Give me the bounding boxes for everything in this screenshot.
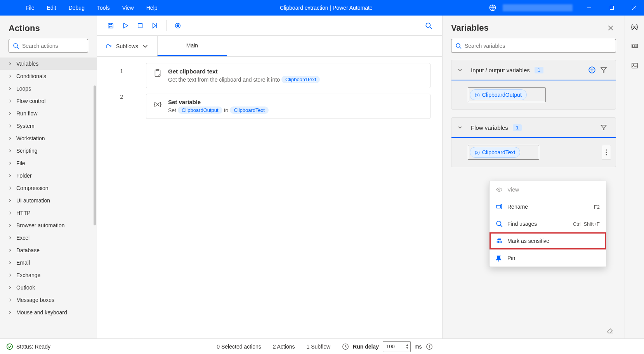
filter-button[interactable] xyxy=(598,64,609,76)
rail-ui-elements-button[interactable] xyxy=(629,40,641,52)
action-category[interactable]: Run flow xyxy=(0,107,97,120)
actions-search[interactable] xyxy=(9,39,88,53)
run-delay-input[interactable]: 100 ▲▼ xyxy=(383,341,411,352)
action-category[interactable]: Variables xyxy=(0,58,97,70)
menu-file[interactable]: File xyxy=(19,0,41,16)
svg-point-15 xyxy=(426,23,430,27)
chevron-right-icon xyxy=(9,261,12,264)
action-category[interactable]: Mouse and keyboard xyxy=(0,306,97,319)
svg-point-30 xyxy=(606,152,607,153)
action-category[interactable]: Database xyxy=(0,244,97,256)
scrollbar-thumb[interactable] xyxy=(94,85,96,225)
variable-pill[interactable]: (x)ClipboardText xyxy=(470,147,520,158)
action-category-label: Email xyxy=(16,260,30,266)
save-button[interactable] xyxy=(103,18,118,33)
menu-edit[interactable]: Edit xyxy=(41,0,62,16)
action-category[interactable]: UI automation xyxy=(0,194,97,207)
svg-rect-44 xyxy=(632,45,634,47)
variables-search[interactable] xyxy=(451,39,616,53)
maximize-button[interactable] xyxy=(602,0,621,16)
eraser-button[interactable] xyxy=(606,325,614,334)
run-delay-unit: ms xyxy=(415,344,422,350)
action-category[interactable]: Folder xyxy=(0,169,97,182)
action-category-label: UI automation xyxy=(16,197,50,204)
chevron-right-icon xyxy=(9,286,12,289)
flow-variables-section: Flow variables 1 (x)ClipboardText xyxy=(451,117,616,167)
svg-point-52 xyxy=(429,345,429,345)
info-icon[interactable] xyxy=(426,343,433,350)
action-category[interactable]: Flow control xyxy=(0,95,97,107)
chevron-right-icon xyxy=(9,199,12,202)
svg-point-14 xyxy=(177,24,179,26)
action-category[interactable]: Outlook xyxy=(0,281,97,294)
action-category[interactable]: Loops xyxy=(0,82,97,95)
subflows-dropdown[interactable]: Subflows xyxy=(97,36,157,56)
rail-images-button[interactable] xyxy=(629,60,641,71)
tab-main[interactable]: Main xyxy=(157,36,227,56)
flow-step[interactable]: {x} Set variable Set ClipboardOutput to … xyxy=(146,94,430,119)
add-variable-button[interactable] xyxy=(586,64,598,76)
check-circle-icon xyxy=(6,343,13,350)
svg-line-16 xyxy=(430,27,432,29)
ctx-view: View xyxy=(490,181,606,198)
action-category[interactable]: System xyxy=(0,120,97,132)
action-category[interactable]: HTTP xyxy=(0,207,97,219)
flow-step[interactable]: A Get clipboard text Get the text from t… xyxy=(146,63,430,88)
action-category[interactable]: Workstation xyxy=(0,132,97,145)
chevron-right-icon xyxy=(9,112,12,115)
stop-button[interactable] xyxy=(133,18,148,33)
close-panel-button[interactable] xyxy=(605,23,616,33)
ctx-pin[interactable]: Pin xyxy=(490,249,606,267)
step-description: Get the text from the clipboard and stor… xyxy=(168,76,423,83)
ctx-mark-sensitive[interactable]: Mark as sensitive xyxy=(490,232,606,249)
flow-canvas: 1 2 A Get clipboard text Get the text fr… xyxy=(97,57,442,338)
action-category[interactable]: Excel xyxy=(0,232,97,244)
filter-button[interactable] xyxy=(598,122,609,133)
action-category-label: System xyxy=(16,123,35,129)
menu-debug[interactable]: Debug xyxy=(62,0,91,16)
minimize-button[interactable] xyxy=(580,0,599,16)
spinner-buttons[interactable]: ▲▼ xyxy=(406,344,409,350)
status-text: Status: Ready xyxy=(16,344,50,350)
eye-icon xyxy=(496,186,503,193)
action-category[interactable]: Message boxes xyxy=(0,294,97,306)
menu-help[interactable]: Help xyxy=(140,0,164,16)
ctx-find-usages[interactable]: Find usages Ctrl+Shift+F xyxy=(490,215,606,232)
action-category-list[interactable]: VariablesConditionalsLoopsFlow controlRu… xyxy=(0,58,97,338)
action-category[interactable]: Email xyxy=(0,256,97,269)
variables-search-input[interactable] xyxy=(465,43,612,49)
variable-slot[interactable]: (x)ClipboardText xyxy=(468,145,539,160)
rail-variables-button[interactable]: {x} xyxy=(629,21,641,33)
action-category[interactable]: Scripting xyxy=(0,145,97,157)
action-category[interactable]: Exchange xyxy=(0,269,97,281)
action-category[interactable]: Compression xyxy=(0,182,97,194)
action-category[interactable]: Browser automation xyxy=(0,219,97,232)
menu-view[interactable]: View xyxy=(116,0,140,16)
toolbar-separator xyxy=(166,20,167,31)
chevron-right-icon xyxy=(9,174,12,177)
close-button[interactable] xyxy=(625,0,644,16)
step-title: Get clipboard text xyxy=(168,68,423,75)
recorder-button[interactable] xyxy=(170,18,185,33)
search-flow-button[interactable] xyxy=(421,18,436,33)
run-button[interactable] xyxy=(118,18,133,33)
flow-designer: Subflows Main 1 2 A Get clipboard text xyxy=(97,16,442,338)
ctx-rename[interactable]: Rename F2 xyxy=(490,198,606,215)
step-button[interactable] xyxy=(148,18,162,33)
actions-panel: Actions VariablesConditionalsLoopsFlow c… xyxy=(0,16,97,338)
action-category[interactable]: File xyxy=(0,157,97,169)
pin-icon xyxy=(496,255,503,262)
flow-variables-header[interactable]: Flow variables 1 xyxy=(451,118,616,138)
action-category-label: Workstation xyxy=(16,135,45,141)
chevron-right-icon xyxy=(9,298,12,302)
actions-search-input[interactable] xyxy=(22,43,90,49)
svg-point-39 xyxy=(497,241,499,243)
menu-tools[interactable]: Tools xyxy=(91,0,116,16)
io-variables-header[interactable]: Input / output variables 1 xyxy=(451,60,616,80)
variable-pill[interactable]: (x)ClipboardOutput xyxy=(470,89,527,100)
action-category[interactable]: Conditionals xyxy=(0,70,97,82)
variable-slot[interactable]: (x)ClipboardOutput xyxy=(468,87,546,102)
svg-marker-11 xyxy=(153,23,156,28)
variables-heading: Variables xyxy=(451,23,605,33)
variable-more-button[interactable] xyxy=(602,145,611,160)
